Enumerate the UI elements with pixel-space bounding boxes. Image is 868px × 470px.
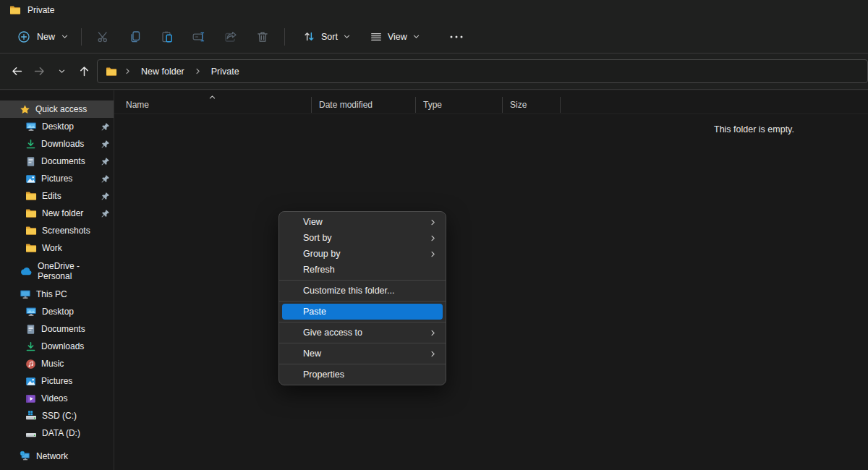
see-more-button[interactable] — [443, 26, 469, 48]
chevron-down-icon — [58, 67, 66, 75]
menu-item-view[interactable]: View — [279, 214, 446, 230]
sidebar-item-pc-pictures[interactable]: Pictures — [0, 372, 114, 390]
sidebar-item-label: Edits — [42, 191, 61, 201]
pin-icon — [101, 140, 110, 149]
sidebar-item-edits[interactable]: Edits — [0, 187, 114, 205]
menu-item-customize-this-folder[interactable]: Customize this folder... — [279, 283, 446, 299]
menu-item-label: Give access to — [303, 328, 362, 338]
network-icon — [20, 450, 31, 462]
sort-button-label: Sort — [321, 32, 338, 42]
desktop-icon — [25, 306, 37, 317]
sort-button[interactable]: Sort — [295, 25, 358, 48]
back-button[interactable] — [6, 60, 28, 83]
menu-item-group-by[interactable]: Group by — [279, 246, 446, 262]
window-title: Private — [27, 5, 54, 15]
sidebar-item-onedrive[interactable]: OneDrive - Personal — [0, 262, 114, 280]
cut-button[interactable] — [88, 25, 119, 49]
empty-folder-message: This folder is empty. — [714, 124, 794, 134]
column-header-date-modified[interactable]: Date modified — [312, 97, 416, 113]
sidebar-item-label: DATA (D:) — [42, 428, 80, 438]
sidebar-item-music[interactable]: Music — [0, 355, 114, 372]
menu-item-refresh[interactable]: Refresh — [279, 262, 446, 278]
chevron-right-icon — [194, 67, 202, 75]
address-bar[interactable]: New folder Private — [97, 59, 868, 83]
forward-button[interactable] — [28, 60, 51, 83]
new-button[interactable]: New — [10, 25, 75, 48]
downloads-icon — [25, 341, 36, 352]
column-label: Size — [510, 100, 527, 110]
share-icon — [224, 30, 238, 44]
pin-icon — [101, 122, 110, 132]
sidebar-item-data-d[interactable]: DATA (D:) — [0, 424, 114, 442]
copy-button[interactable] — [119, 25, 151, 49]
onedrive-cloud-icon — [20, 266, 33, 276]
breadcrumb-new-folder[interactable]: New folder — [138, 64, 187, 79]
copy-icon — [128, 30, 142, 44]
menu-item-paste[interactable]: Paste — [282, 304, 443, 320]
cut-icon — [96, 30, 111, 44]
desktop-icon — [25, 121, 37, 132]
menu-item-label: Sort by — [303, 233, 332, 243]
sidebar-item-documents[interactable]: Documents — [0, 153, 114, 170]
sidebar-item-desktop[interactable]: Desktop — [0, 118, 114, 135]
chevron-right-icon — [124, 67, 132, 75]
sidebar-item-label: Network — [36, 451, 68, 461]
folder-icon — [25, 225, 37, 236]
sidebar-item-label: Downloads — [41, 341, 84, 351]
sidebar-item-pc-documents[interactable]: Documents — [0, 320, 114, 338]
menu-item-sort-by[interactable]: Sort by — [279, 230, 446, 246]
menu-separator — [279, 343, 446, 343]
sidebar-item-label: Work — [42, 243, 62, 253]
sidebar-item-work[interactable]: Work — [0, 239, 114, 257]
sidebar-item-pc-downloads[interactable]: Downloads — [0, 338, 114, 355]
sidebar-item-new-folder[interactable]: New folder — [0, 205, 114, 222]
plus-circle-icon — [17, 30, 31, 44]
sidebar-item-label: Downloads — [41, 139, 84, 149]
pictures-icon — [25, 376, 36, 387]
star-icon — [20, 104, 30, 115]
sidebar-item-quick-access[interactable]: Quick access — [0, 101, 114, 118]
toolbar-separator — [81, 28, 82, 46]
recent-locations-button[interactable] — [51, 60, 73, 83]
sidebar-item-label: Documents — [41, 324, 85, 334]
chevron-right-icon — [429, 350, 437, 358]
column-header-name[interactable]: Name — [114, 97, 312, 113]
menu-item-new[interactable]: New — [279, 346, 446, 362]
pin-icon — [101, 174, 110, 184]
menu-item-properties[interactable]: Properties — [279, 367, 446, 383]
sidebar-item-screenshots[interactable]: Screenshots — [0, 222, 114, 239]
delete-button[interactable] — [247, 25, 278, 49]
paste-button[interactable] — [151, 25, 183, 49]
up-button[interactable] — [73, 60, 95, 83]
folder-icon — [25, 190, 37, 202]
column-header-type[interactable]: Type — [416, 97, 503, 113]
column-label: Type — [423, 100, 442, 110]
view-button[interactable]: View — [362, 26, 427, 48]
sidebar-item-downloads[interactable]: Downloads — [0, 135, 114, 153]
column-header-size[interactable]: Size — [503, 97, 561, 113]
menu-item-label: Group by — [303, 249, 340, 259]
window-chrome: Private New Sort View — [0, 0, 868, 90]
sidebar-item-label: Videos — [41, 393, 67, 403]
sidebar-item-this-pc[interactable]: This PC — [0, 286, 114, 303]
menu-item-give-access-to[interactable]: Give access to — [279, 325, 446, 341]
breadcrumb-private[interactable]: Private — [208, 64, 242, 79]
share-button[interactable] — [215, 25, 247, 49]
rename-button[interactable] — [183, 25, 215, 49]
sort-arrows-icon — [302, 30, 316, 43]
sidebar-item-network[interactable]: Network — [0, 448, 114, 465]
sidebar-item-ssd-c[interactable]: SSD (C:) — [0, 407, 114, 424]
sidebar-item-label: Screenshots — [42, 226, 90, 236]
sort-ascending-icon — [208, 93, 216, 101]
chevron-down-icon — [343, 33, 351, 40]
sidebar-item-videos[interactable]: Videos — [0, 390, 114, 407]
menu-item-label: Refresh — [303, 265, 335, 275]
address-bar-row: New folder Private — [0, 54, 868, 90]
windows-drive-icon — [25, 410, 37, 422]
sidebar-item-pc-desktop[interactable]: Desktop — [0, 303, 114, 320]
navigation-pane: Quick access Desktop Downloads Documents… — [0, 90, 114, 470]
command-bar: New Sort View — [0, 20, 868, 54]
sidebar-item-label: Music — [41, 359, 64, 369]
sidebar-item-pictures[interactable]: Pictures — [0, 170, 114, 187]
folder-icon — [25, 208, 37, 219]
